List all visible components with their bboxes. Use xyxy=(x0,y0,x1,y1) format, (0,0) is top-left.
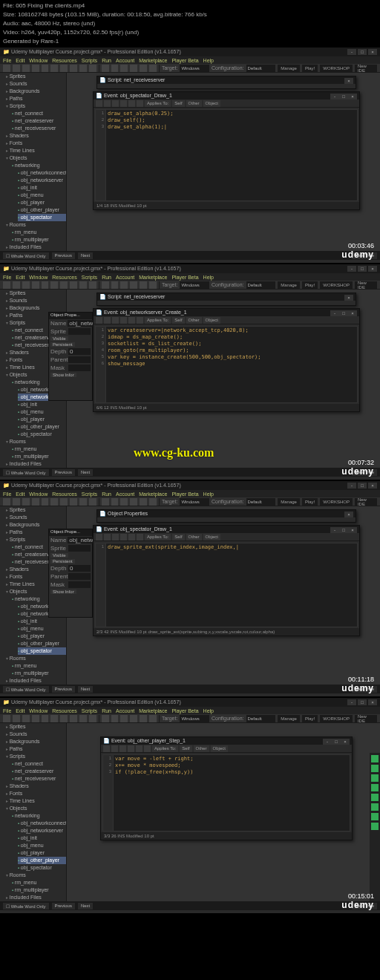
code-line[interactable]: draw_sprite_ext(sprite_index,image_index… xyxy=(108,544,357,551)
menu-item[interactable]: Player Beta xyxy=(171,58,198,63)
close-icon[interactable]: × xyxy=(368,699,377,705)
toolbar-icon[interactable] xyxy=(111,498,119,506)
toolbar-icon[interactable] xyxy=(50,65,58,72)
editor-icon[interactable] xyxy=(104,317,111,324)
tree-item[interactable]: obj_other_player xyxy=(18,640,66,647)
tree-item[interactable]: rm_menu xyxy=(12,662,66,670)
tree-item[interactable]: obj_init xyxy=(18,401,66,408)
menu-item[interactable]: Player Beta xyxy=(171,708,198,713)
toolbar-button[interactable]: New IDE xyxy=(355,65,377,72)
max-icon[interactable]: □ xyxy=(358,483,367,489)
menu-item[interactable]: Marketplace xyxy=(139,708,167,713)
tree-item[interactable]: Sounds xyxy=(6,80,66,88)
toolbar-icon[interactable] xyxy=(3,281,10,289)
toolbar-button[interactable]: Manage xyxy=(278,498,300,506)
action-icon[interactable] xyxy=(371,794,379,801)
code-line[interactable]: room_goto(rm_multiplayer); xyxy=(108,347,357,354)
code-area[interactable]: 1 draw_sprite_ext(sprite_index,image_ind… xyxy=(95,543,358,627)
menu-item[interactable]: Player Beta xyxy=(171,275,198,280)
toolbar-icon[interactable] xyxy=(60,498,68,506)
tree-item[interactable]: obj_menu xyxy=(18,625,66,633)
menu-item[interactable]: Edit xyxy=(16,491,24,497)
editor-button[interactable]: Object xyxy=(203,317,220,324)
toolbar-icon[interactable] xyxy=(70,65,77,72)
tree-item[interactable]: obj_other_player xyxy=(18,206,66,214)
toolbar-icon[interactable] xyxy=(102,65,109,72)
code-line[interactable]: if (!place_free(x+hsp,y)) xyxy=(115,769,350,776)
menu-item[interactable]: Account xyxy=(116,275,134,280)
tree-item[interactable]: Paths xyxy=(6,95,66,102)
menu-item[interactable]: Account xyxy=(116,58,134,63)
prev-button[interactable]: Previous xyxy=(52,686,75,693)
toolbar-icon[interactable] xyxy=(22,65,30,72)
toolbar-icon[interactable] xyxy=(70,498,77,506)
editor-icon[interactable] xyxy=(128,534,135,540)
toolbar-icon[interactable] xyxy=(120,281,128,289)
tree-item[interactable]: Paths xyxy=(6,745,66,753)
toolbar-icon[interactable] xyxy=(89,65,96,72)
tree-item[interactable]: rm_menu xyxy=(12,879,66,886)
tree-item[interactable]: Fonts xyxy=(6,790,66,797)
tree-item[interactable]: net_receiveserver xyxy=(12,775,66,783)
tree-item[interactable]: net_connect xyxy=(12,760,66,768)
tree-item[interactable]: Sounds xyxy=(6,297,66,304)
tree-item[interactable]: obj_menu xyxy=(18,192,66,199)
code-area[interactable]: 123 var move = -left + right;x+= move * … xyxy=(102,754,350,832)
min-icon[interactable]: - xyxy=(347,483,356,489)
toolbar-button[interactable]: New IDE xyxy=(355,281,377,289)
toolbar-icon[interactable] xyxy=(42,65,49,72)
toolbar-button[interactable]: WORKSHOP xyxy=(320,281,353,289)
tree-item[interactable]: obj_init xyxy=(18,834,66,842)
editor-icon[interactable] xyxy=(128,745,134,752)
toolbar-icon[interactable] xyxy=(149,281,157,289)
toolbar-button[interactable]: WORKSHOP xyxy=(320,498,353,506)
toolbar-icon[interactable] xyxy=(3,498,10,506)
toolbar-icon[interactable] xyxy=(70,281,77,289)
config-combo[interactable]: Default xyxy=(246,65,276,72)
toolbar-icon[interactable] xyxy=(89,498,96,506)
editor-button[interactable]: Object xyxy=(203,100,220,107)
tree-objects[interactable]: Objects xyxy=(6,805,66,812)
editor-icon[interactable] xyxy=(112,100,119,107)
editor-icon[interactable] xyxy=(120,100,127,107)
toolbar-icon[interactable] xyxy=(13,498,20,506)
editor-icon[interactable] xyxy=(119,745,126,752)
toolbar-icon[interactable] xyxy=(50,281,58,289)
next-button[interactable]: Next xyxy=(78,252,93,259)
toolbar-button[interactable]: Manage xyxy=(278,715,300,722)
min-icon[interactable]: - xyxy=(347,49,356,55)
app-titlebar[interactable]: 📁 Udemy Multiplayer Course.project.gmx* … xyxy=(0,264,380,273)
toolbar-icon[interactable] xyxy=(140,281,147,289)
menu-item[interactable]: Marketplace xyxy=(139,58,167,63)
props-button[interactable]: Visible xyxy=(50,553,68,558)
toolbar-icon[interactable] xyxy=(42,715,49,722)
menu-item[interactable]: Edit xyxy=(16,58,24,63)
toolbar-icon[interactable] xyxy=(70,715,77,722)
toolbar-icon[interactable] xyxy=(149,65,157,72)
window-title[interactable]: 📄 Event: obj_spectator_Draw_1-□× xyxy=(94,92,359,99)
max-icon[interactable]: □ xyxy=(339,94,348,99)
editor-button[interactable]: Other xyxy=(194,745,209,752)
props-button[interactable]: Persistent xyxy=(50,559,75,564)
toolbar-icon[interactable] xyxy=(149,498,157,506)
toolbar-icon[interactable] xyxy=(13,281,20,289)
action-icon[interactable] xyxy=(371,823,379,830)
tree-rooms[interactable]: Rooms xyxy=(6,655,66,662)
tree-item[interactable]: net_createserver xyxy=(12,768,66,775)
toolbar-icon[interactable] xyxy=(13,65,20,72)
whole-word-check[interactable]: ☐ Whole Word Only xyxy=(3,903,49,909)
editor-icon[interactable] xyxy=(96,317,102,324)
menu-item[interactable]: Account xyxy=(116,708,134,713)
editor-icon[interactable] xyxy=(104,100,111,107)
max-icon[interactable]: □ xyxy=(358,49,367,55)
target-combo[interactable]: Windows xyxy=(180,65,209,72)
editor-icon[interactable] xyxy=(137,534,143,540)
menu-item[interactable]: Resources xyxy=(52,58,76,63)
tree-rooms[interactable]: Rooms xyxy=(6,221,66,229)
menu-item[interactable]: Help xyxy=(203,708,214,713)
toolbar-icon[interactable] xyxy=(79,281,87,289)
menu-item[interactable]: Account xyxy=(116,491,134,497)
toolbar-button[interactable]: WORKSHOP xyxy=(320,65,353,72)
app-titlebar[interactable]: 📁 Udemy Multiplayer Course.project.gmx* … xyxy=(0,481,380,490)
tree-item[interactable]: obj_spectator xyxy=(18,214,66,221)
